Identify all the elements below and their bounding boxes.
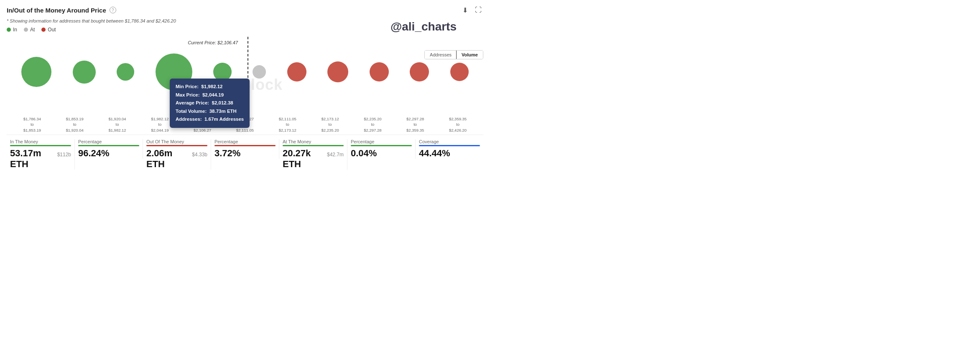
- stat-label-pct-out: Percentage: [214, 139, 276, 144]
- header-row: In/Out of the Money Around Price ? ⬇ ⛶: [7, 5, 483, 15]
- brand-label: @ali_charts: [390, 20, 457, 33]
- stat-value-pct-at: 0.04%: [351, 148, 412, 159]
- legend-dot-at: [24, 28, 28, 32]
- tooltip-volume: Total Volume: 38.73m ETH: [176, 107, 244, 116]
- stat-value-out: 2.06m ETH $4.33b: [146, 148, 207, 170]
- bubble-wrap-6: [287, 62, 306, 81]
- stat-label-out: Out Of The Money: [146, 139, 207, 144]
- header-actions: ⬇ ⛶: [460, 5, 483, 15]
- bubble-wrap-9: [410, 62, 429, 81]
- stat-bar-at: [283, 145, 344, 146]
- stat-main-pct-out: 3.72%: [214, 148, 240, 159]
- stat-sub-at: $42.7m: [327, 152, 344, 158]
- tooltip-addresses-value: 1.67m Addresses: [204, 117, 244, 122]
- x-label-2: $1,920.04to$1,982.12: [108, 116, 126, 133]
- bubble-7: [327, 61, 348, 82]
- bubble-0: [21, 57, 51, 87]
- stat-percentage-out: Percentage 3.72%: [211, 139, 279, 159]
- stat-bar-in: [10, 145, 71, 146]
- stat-label-at: At The Money: [283, 139, 344, 144]
- bubble-9: [410, 62, 429, 81]
- tooltip-box: Min Price: $1,982.12 Max Price: $2,044.1…: [170, 79, 250, 128]
- stat-at-the-money: At The Money 20.27k ETH $42.7m: [279, 139, 347, 170]
- stat-in-the-money: In The Money 53.17m ETH $112b: [7, 139, 75, 170]
- stats-row: In The Money 53.17m ETH $112b Percentage…: [7, 135, 483, 170]
- stat-main-pct-at: 0.04%: [351, 148, 377, 159]
- stat-main-coverage: 44.44%: [419, 148, 450, 159]
- help-icon[interactable]: ?: [110, 7, 116, 13]
- stat-bar-coverage: [419, 145, 480, 146]
- stat-value-coverage: 44.44%: [419, 148, 480, 159]
- x-label-3: $1,982.12to$2,044.19: [151, 116, 168, 133]
- stat-main-at: 20.27k ETH: [283, 148, 324, 170]
- stat-sub-out: $4.33b: [192, 152, 207, 158]
- legend-dot-in: [7, 28, 11, 32]
- download-icon[interactable]: ⬇: [460, 5, 470, 15]
- stat-value-pct-in: 96.24%: [78, 148, 139, 159]
- bubble-wrap-10: [450, 63, 469, 81]
- tooltip-volume-value: 38.73m ETH: [209, 109, 237, 114]
- bubble-2: [117, 63, 134, 81]
- current-price-label: Current Price: $2,106.47: [188, 40, 238, 45]
- tooltip-addresses-label: Addresses:: [176, 117, 202, 122]
- tooltip-max-label: Max Price:: [176, 92, 200, 97]
- legend-dot-out: [41, 28, 46, 32]
- x-label-7: $2,173.12to$2,235.20: [321, 116, 339, 133]
- stat-label-pct-at: Percentage: [351, 139, 412, 144]
- tooltip-addresses: Addresses: 1.67m Addresses: [176, 115, 244, 124]
- bubble-5: [253, 65, 266, 79]
- stat-bar-pct-at: [351, 145, 412, 146]
- stat-percentage-in: Percentage 96.24%: [75, 139, 143, 159]
- legend-label-in: In: [13, 27, 17, 33]
- stat-value-pct-out: 3.72%: [214, 148, 276, 159]
- x-label-9: $2,297.28to$2,359.35: [406, 116, 424, 133]
- stat-label-pct-in: Percentage: [78, 139, 139, 144]
- title-group: In/Out of the Money Around Price ?: [7, 7, 116, 14]
- bubble-1: [73, 61, 96, 84]
- stat-value-in: 53.17m ETH $112b: [10, 148, 71, 170]
- stat-main-out: 2.06m ETH: [146, 148, 189, 170]
- bubble-8: [370, 62, 389, 81]
- stat-out-of-money: Out Of The Money 2.06m ETH $4.33b: [143, 139, 211, 170]
- tooltip-min-value: $1,982.12: [201, 84, 222, 89]
- stat-coverage: Coverage 44.44%: [416, 139, 483, 159]
- main-container: In/Out of the Money Around Price ? ⬇ ⛶ *…: [0, 0, 490, 175]
- bubble-wrap-2: [117, 63, 134, 81]
- x-label-10: $2,359.35to$2,426.20: [449, 116, 467, 133]
- x-label-1: $1,853.19to$1,920.04: [66, 116, 84, 133]
- bubble-wrap-8: [370, 62, 389, 81]
- stat-bar-out: [146, 145, 207, 146]
- tooltip-avg: Average Price: $2,012.38: [176, 99, 244, 107]
- legend-label-out: Out: [48, 27, 56, 33]
- bubble-wrap-1: [73, 61, 96, 84]
- tooltip-avg-label: Average Price:: [176, 100, 209, 105]
- stat-value-at: 20.27k ETH $42.7m: [283, 148, 344, 170]
- stat-percentage-at: Percentage 0.04%: [347, 139, 416, 159]
- stat-bar-pct-in: [78, 145, 139, 146]
- bubble-wrap-5: [253, 65, 266, 79]
- expand-icon[interactable]: ⛶: [473, 5, 483, 15]
- stat-sub-in: $112b: [57, 152, 71, 158]
- legend-label-at: At: [30, 27, 35, 33]
- bubble-wrap-0: [21, 57, 51, 87]
- stat-label-in: In The Money: [10, 139, 71, 144]
- legend-out: Out: [41, 27, 56, 33]
- bubble-6: [287, 62, 306, 81]
- page-title: In/Out of the Money Around Price: [7, 7, 106, 14]
- legend-at: At: [24, 27, 35, 33]
- bubble-10: [450, 63, 469, 81]
- legend-in: In: [7, 27, 17, 33]
- tooltip-avg-value: $2,012.38: [212, 100, 233, 105]
- bubble-wrap-7: [327, 61, 348, 82]
- tooltip-volume-label: Total Volume:: [176, 109, 207, 114]
- stat-main-in: 53.17m ETH: [10, 148, 55, 170]
- stat-bar-pct-out: [214, 145, 276, 146]
- tooltip-min: Min Price: $1,982.12: [176, 83, 244, 91]
- tooltip-min-label: Min Price:: [176, 84, 199, 89]
- x-label-6: $2,111.05to$2,173.12: [279, 116, 296, 133]
- stat-main-pct-in: 96.24%: [78, 148, 110, 159]
- tooltip-max-value: $2,044.19: [202, 92, 224, 97]
- tooltip-max: Max Price: $2,044.19: [176, 91, 244, 99]
- stat-label-coverage: Coverage: [419, 139, 480, 144]
- x-label-8: $2,235.20to$2,297.28: [364, 116, 381, 133]
